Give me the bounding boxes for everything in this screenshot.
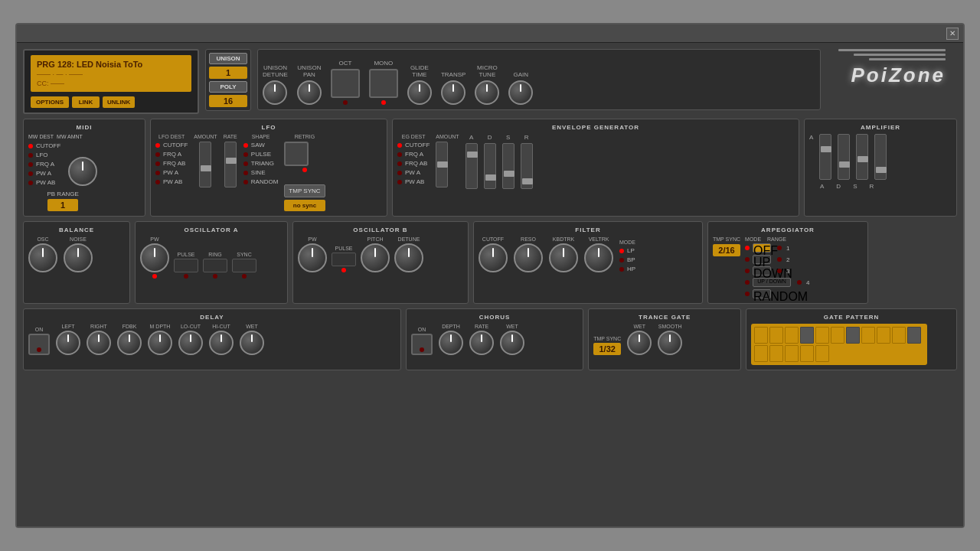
gate-cell-9[interactable] (892, 327, 906, 344)
osc-b-pulse-btn[interactable] (332, 253, 356, 266)
filter-mode-bp[interactable]: BP (619, 256, 635, 263)
osc-a-pw-knob[interactable] (140, 243, 169, 272)
lfo-rate-slider[interactable] (224, 142, 237, 187)
delay-on-switch[interactable] (28, 334, 50, 355)
arp-mode-up[interactable]: UP 2 (745, 255, 809, 264)
mono-button[interactable] (369, 69, 398, 98)
delay-wet-knob[interactable] (240, 331, 264, 355)
poly-value[interactable]: 16 (209, 95, 247, 107)
tg-smooth-knob[interactable] (658, 331, 682, 355)
amp-a-slider[interactable] (819, 134, 831, 180)
unison-pan-knob[interactable] (297, 80, 322, 105)
transp-knob[interactable] (441, 80, 466, 105)
gate-cell-14[interactable] (800, 345, 814, 362)
filter-mode-lp[interactable]: LP (619, 247, 635, 254)
gate-cell-7[interactable] (861, 327, 875, 344)
gate-cell-1[interactable] (769, 327, 783, 344)
arp-tmp-sync-value[interactable]: 2/16 (713, 244, 740, 256)
filter-mode-hp[interactable]: HP (619, 266, 635, 272)
osc-b-pw-knob[interactable] (298, 243, 327, 272)
osc-a-sync-btn[interactable] (232, 259, 256, 272)
lower-middle-row: BALANCE OSC NOISE OSCILLATOR A (23, 221, 957, 304)
noise-knob[interactable] (64, 243, 93, 272)
gate-cell-5[interactable] (831, 327, 844, 344)
mw-amnt-knob[interactable] (68, 157, 97, 186)
eg-s-slider[interactable] (502, 143, 514, 189)
amp-s-slider[interactable] (856, 134, 868, 180)
link-button[interactable]: LINK (72, 96, 100, 108)
delay-right-knob[interactable] (87, 331, 111, 355)
amp-r-slider[interactable] (874, 134, 887, 180)
osc-b-detune-knob[interactable] (394, 243, 423, 272)
delay-hicut-knob[interactable] (209, 331, 234, 355)
oct-button[interactable] (331, 69, 360, 98)
delay-fdbk-knob[interactable] (117, 331, 142, 355)
tmp-sync-button[interactable]: TMP SYNC (284, 184, 325, 197)
amp-d-slider[interactable] (838, 134, 850, 180)
micro-tune-knob[interactable] (475, 80, 499, 105)
chorus-on-switch[interactable] (411, 334, 433, 355)
lfo-shape-sine[interactable]: SINE (243, 169, 279, 176)
chorus-wet-label: WET (506, 324, 518, 329)
chorus-depth-knob[interactable] (439, 331, 463, 355)
arp-mode-off[interactable]: OFF 1 (745, 243, 809, 253)
delay-left-knob[interactable] (56, 331, 80, 355)
gate-cell-13[interactable] (785, 345, 799, 362)
gate-cell-2[interactable] (785, 327, 799, 344)
delay-mdpth-knob[interactable] (148, 331, 172, 355)
gate-cell-10[interactable] (907, 327, 921, 344)
eg-a-slider[interactable] (466, 143, 478, 189)
arp-random-btn[interactable]: RANDOM (753, 289, 771, 298)
gate-cell-8[interactable] (877, 327, 890, 344)
gate-cell-6[interactable] (846, 327, 860, 344)
osc-knob[interactable] (28, 243, 57, 272)
kbdtrk-group: KBDTRK (549, 236, 578, 272)
lfo-shape-pulse[interactable]: PULSE (243, 151, 279, 158)
tg-wet-knob[interactable] (627, 331, 652, 355)
gate-cell-0[interactable] (754, 327, 768, 344)
close-button[interactable]: ✕ (946, 28, 959, 40)
veltrk-knob[interactable] (584, 243, 613, 272)
unison-value[interactable]: 1 (209, 67, 247, 79)
arp-mode-updown[interactable]: UP / DOWN 4 (745, 278, 809, 287)
options-button[interactable]: OPTIONS (31, 96, 69, 108)
lfo-shape-saw[interactable]: SAW (243, 142, 279, 148)
reso-knob[interactable] (514, 243, 543, 272)
kbdtrk-knob[interactable] (549, 243, 578, 272)
unison-detune-knob[interactable] (263, 80, 287, 105)
chorus-rate-knob[interactable] (469, 331, 494, 355)
tmp-sync-group: TMP SYNC no sync (284, 184, 325, 211)
tg-tmp-sync-value[interactable]: 1/32 (593, 343, 621, 355)
osc-a-pulse-btn[interactable] (174, 259, 198, 272)
gate-cell-3[interactable] (800, 327, 814, 344)
lfo-shape-triang[interactable]: TRIANG (243, 160, 279, 167)
no-sync-button[interactable]: no sync (284, 200, 325, 211)
glide-time-knob[interactable] (407, 80, 432, 105)
retrig-button[interactable] (284, 142, 309, 166)
unlink-button[interactable]: UNLINK (103, 96, 135, 108)
pb-range-value[interactable]: 1 (47, 199, 78, 211)
osc-b-pitch-knob[interactable] (361, 243, 390, 272)
eg-amount-slider[interactable] (436, 142, 448, 187)
gain-knob[interactable] (508, 80, 533, 105)
osc-a-ring-btn[interactable] (203, 259, 227, 272)
arp-off-btn[interactable]: OFF (753, 243, 771, 253)
eg-d-slider[interactable] (484, 143, 496, 189)
gate-cell-15[interactable] (815, 345, 829, 362)
lfo-shape-random[interactable]: RANDOM (243, 178, 279, 185)
arp-mode-down[interactable]: DOWN 3 (745, 266, 809, 276)
lfo-amount-slider[interactable] (199, 142, 211, 187)
gate-cell-12[interactable] (769, 345, 783, 362)
gate-cell-11[interactable] (754, 345, 768, 362)
gate-cell-4[interactable] (815, 327, 829, 344)
arp-updown-btn[interactable]: UP / DOWN (753, 278, 791, 287)
delay-locut-knob[interactable] (178, 331, 203, 355)
arp-mode-random[interactable]: RANDOM (745, 289, 809, 298)
arp-down-btn[interactable]: DOWN (753, 266, 771, 276)
eg-r-slider[interactable] (521, 143, 533, 189)
cutoff-knob[interactable] (479, 243, 508, 272)
tg-wet-group: WET (627, 324, 652, 355)
logo-area: PoiZone (827, 49, 957, 87)
chorus-wet-knob[interactable] (500, 331, 524, 355)
arp-up-btn[interactable]: UP (753, 255, 771, 264)
